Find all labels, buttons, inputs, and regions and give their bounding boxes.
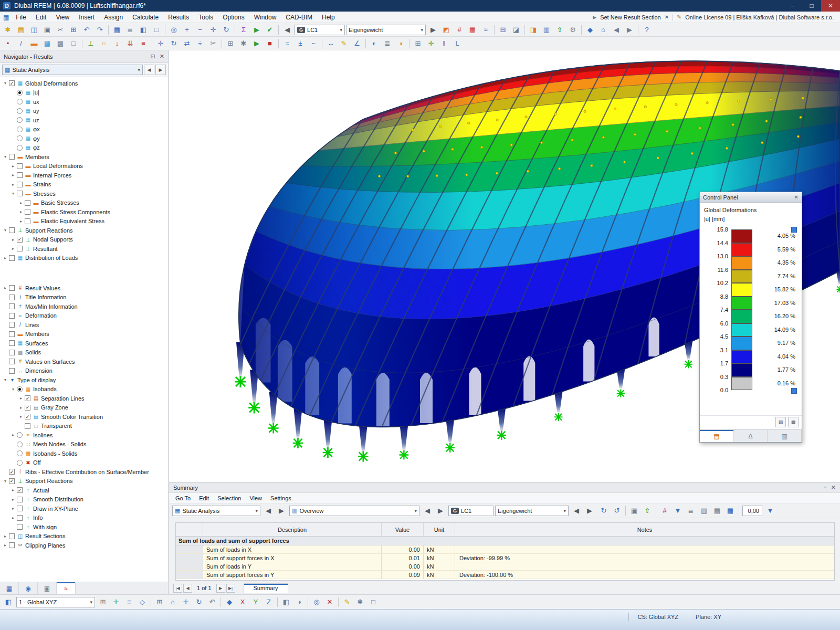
tab-results-navigator[interactable]: ≈ xyxy=(57,582,76,594)
menu-file[interactable]: File xyxy=(11,13,30,22)
result-values-icon[interactable]: # xyxy=(453,24,466,36)
member-load-icon[interactable]: ⇊ xyxy=(124,38,136,49)
nav-item-global-deformations[interactable]: ▾✓▦Global Deformations xyxy=(0,79,168,88)
trim-icon[interactable]: ✂ xyxy=(207,38,219,49)
nav-item-info[interactable]: ▸↑Info xyxy=(0,513,168,523)
measure-icon[interactable]: ∠ xyxy=(351,38,363,49)
settings-icon[interactable]: ⚙ xyxy=(566,24,579,36)
previous-load-case-icon[interactable]: ◀ xyxy=(281,24,293,36)
table-filter-icon[interactable]: ▼ xyxy=(671,505,684,517)
table-rows-icon[interactable]: ▤ xyxy=(711,505,723,517)
file-menu-icon[interactable]: ▦ xyxy=(3,14,9,21)
tab-data-navigator[interactable]: ▦ xyxy=(0,582,19,594)
nav-item-basic-stresses[interactable]: ▸▬Basic Stresses xyxy=(0,198,168,208)
nav-item-distribution-of-loads[interactable]: ▸▦Distribution of Loads xyxy=(0,254,168,263)
radio[interactable] xyxy=(17,127,23,132)
help-icon[interactable]: ? xyxy=(640,24,653,36)
menu-tools[interactable]: Tools xyxy=(194,13,218,22)
checkbox[interactable] xyxy=(9,227,15,233)
nav-item-z[interactable]: ▦φz xyxy=(0,143,168,153)
checkbox-checked[interactable]: ✓ xyxy=(25,405,30,411)
rotate-3d-icon[interactable]: ↻ xyxy=(193,596,205,608)
control-panel-close-icon[interactable]: ✕ xyxy=(794,194,799,200)
radio[interactable] xyxy=(17,135,23,141)
chevron-right-icon[interactable]: ▸ xyxy=(10,433,16,437)
nav-item-isolines[interactable]: ▸≈Isolines xyxy=(0,430,168,440)
table-settings-icon[interactable]: ≣ xyxy=(685,505,697,517)
filter-funnel-icon[interactable]: ▼ xyxy=(764,505,776,517)
nav-item-strains[interactable]: ▸▬Strains xyxy=(0,180,168,190)
checkbox-checked[interactable]: ✓ xyxy=(17,487,23,493)
next-load-case-icon[interactable]: ▶ xyxy=(427,24,439,36)
nav-item-values-on-surfaces[interactable]: #Values on Surfaces xyxy=(0,357,168,366)
load-case-combo[interactable]: G LC1 ▾ xyxy=(295,25,345,35)
view-z-icon[interactable]: Z xyxy=(262,596,275,608)
next-page-icon[interactable]: ▶ xyxy=(216,584,225,593)
calculate-all-icon[interactable]: ▶ xyxy=(250,38,263,49)
chevron-down-icon[interactable]: ▾ xyxy=(2,154,8,159)
menu-options[interactable]: Options xyxy=(218,13,249,22)
chevron-right-icon[interactable]: ▸ xyxy=(18,209,24,214)
solid-icon[interactable]: ▩ xyxy=(54,38,67,49)
snap-icon[interactable]: ✛ xyxy=(425,38,437,49)
selection-mode-icon[interactable]: ◎ xyxy=(310,596,323,608)
undo-icon[interactable]: ↶ xyxy=(80,24,93,36)
panel-toggle-icon[interactable]: ◧ xyxy=(2,596,15,608)
guideline-icon[interactable]: ‖ xyxy=(438,38,450,49)
checkbox[interactable] xyxy=(9,303,15,309)
nav-item-transparent[interactable]: □Transparent xyxy=(0,422,168,431)
result-table-icon[interactable]: ▦ xyxy=(466,24,479,36)
menu-help[interactable]: Help xyxy=(317,13,340,22)
checkbox-checked[interactable]: ✓ xyxy=(9,80,15,86)
workplane-icon[interactable]: ◇ xyxy=(136,596,149,608)
divide-icon[interactable]: ÷ xyxy=(194,38,206,49)
line-icon[interactable]: / xyxy=(15,38,27,49)
nav-item-draw-in-xy-plane[interactable]: ▸↑Draw in XY-Plane xyxy=(0,504,168,513)
chevron-right-icon[interactable]: ▸ xyxy=(2,534,8,539)
summary-float-icon[interactable]: ▫ xyxy=(824,484,826,491)
nav-item-mesh-nodes-solids[interactable]: ∷Mesh Nodes - Solids xyxy=(0,440,168,449)
previous-result-icon[interactable]: ◀ xyxy=(144,65,154,75)
checkbox[interactable] xyxy=(25,209,30,215)
checkbox[interactable] xyxy=(25,200,30,206)
table-values-icon[interactable]: # xyxy=(658,505,671,517)
nav-item-support-reactions[interactable]: ▾⊥Support Reactions xyxy=(0,226,168,235)
nav-item-nodal-supports[interactable]: ▸✓⊥Nodal Supports xyxy=(0,235,168,245)
legend-icon[interactable]: ▥ xyxy=(540,24,553,36)
table-row[interactable]: Sum of loads in X0.00kN xyxy=(176,545,834,554)
chevron-right-icon[interactable]: ▸ xyxy=(18,201,24,205)
checkbox-checked[interactable]: ✓ xyxy=(17,237,23,243)
tab-views-navigator[interactable]: ▣ xyxy=(38,582,57,594)
views-icon[interactable]: ◆ xyxy=(584,24,596,36)
next-table-icon[interactable]: ▶ xyxy=(275,505,288,517)
nav-item-result-values[interactable]: ▸#Result Values xyxy=(0,284,168,293)
save-icon[interactable]: ◫ xyxy=(28,24,40,36)
cut-icon[interactable]: ✂ xyxy=(54,24,67,36)
nav-item-members[interactable]: ▬Members xyxy=(0,330,168,339)
open-file-icon[interactable]: ▤ xyxy=(15,24,27,36)
nav-item-smooth-distribution[interactable]: ▸↑Smooth Distribution xyxy=(0,495,168,505)
chevron-right-icon[interactable]: ▸ xyxy=(10,516,16,520)
checkbox[interactable] xyxy=(17,497,23,502)
max-min-icon[interactable]: ± xyxy=(294,38,307,49)
view-x-icon[interactable]: X xyxy=(236,596,249,608)
nav-item-local-deformations[interactable]: ▸▬Local Deformations xyxy=(0,162,168,171)
chevron-right-icon[interactable]: ▸ xyxy=(2,286,8,290)
summary-menu-go-to[interactable]: Go To xyxy=(171,494,195,502)
menu-window[interactable]: Window xyxy=(249,13,281,22)
chevron-right-icon[interactable]: ▸ xyxy=(18,405,24,410)
radio[interactable] xyxy=(17,450,23,456)
result-diagram-icon[interactable]: ~ xyxy=(307,38,320,49)
animation-icon[interactable]: ≈ xyxy=(479,24,492,36)
analysis-type-combo[interactable]: ▦ Static Analysis ▾ xyxy=(2,65,143,75)
summary-load-case-title-combo[interactable]: Eigengewicht ▾ xyxy=(495,506,569,516)
menu-results[interactable]: Results xyxy=(163,13,194,22)
chevron-right-icon[interactable]: ▸ xyxy=(18,414,24,419)
navigator-close-icon[interactable]: ✕ xyxy=(160,53,164,60)
summary-menu-view[interactable]: View xyxy=(245,494,266,502)
analysis-combo[interactable]: ▦ Static Analysis ▾ xyxy=(172,506,260,516)
mesh-icon[interactable]: ⊞ xyxy=(224,38,237,49)
ortho-icon[interactable]: L xyxy=(451,38,464,49)
checkbox[interactable] xyxy=(17,182,23,187)
result-section-label[interactable]: Set New Result Section xyxy=(600,14,661,20)
